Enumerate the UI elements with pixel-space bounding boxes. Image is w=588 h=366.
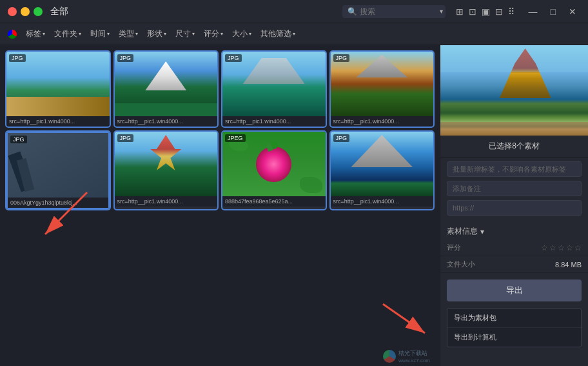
filesize-label: 文件大小 [447,259,475,269]
format-badge: JPG [117,54,134,62]
format-badge: JPG [9,54,26,62]
close-window-btn[interactable] [8,7,17,16]
os-window-controls: — □ ✕ [525,5,580,18]
filename-label: src=http__pic1.win4000... [6,116,110,127]
filename-label: 888b47fea968ea5e625a... [222,196,326,207]
search-icon: 🔍 [348,7,357,16]
gallery-item[interactable]: JPG src=http__pic1.win4000... [6,52,110,127]
right-panel: 已选择8个素材 素材信息 ▾ 评分 ☆ ☆ ☆ ☆ ☆ [440,45,588,366]
export-package-label: 导出为素材包 [454,314,496,321]
filter-other-btn[interactable]: 其他筛选 ▾ [258,27,298,41]
filter-bar: 标签 ▾ 文件夹 ▾ 时间 ▾ 类型 ▾ 形状 ▾ 尺寸 ▾ 评分 ▾ 大小 ▾… [0,23,588,45]
title-bar: 全部 🔍 ▾ ⊞ ⊡ ▣ ⊟ ⠿ — □ ✕ [0,0,588,23]
filename-label: src=http__pic1.win4000... [222,116,326,127]
star-4[interactable]: ☆ [566,243,573,252]
gallery-grid: JPG src=http__pic1.win4000... JPG src=ht… [6,52,433,209]
filter-time-btn[interactable]: 时间 ▾ [88,27,112,41]
format-badge: JPEG [225,134,246,142]
view-columns-icon[interactable]: ⊟ [495,6,503,17]
asset-info-header[interactable]: 素材信息 ▾ [440,223,588,239]
minimize-btn[interactable] [21,7,30,16]
search-input[interactable] [360,7,437,16]
view-grid-icon[interactable]: ⊞ [456,6,464,17]
gallery-item[interactable]: JPG src=http__pic1.win4000... [222,52,326,127]
tag-section [440,158,588,223]
filter-folder-btn[interactable]: 文件夹 ▾ [52,27,84,41]
filter-shape-btn[interactable]: 形状 ▾ [144,27,169,41]
star-rating[interactable]: ☆ ☆ ☆ ☆ ☆ [541,243,582,252]
filename-label: src=http__pic1.win4000... [115,116,218,127]
view-dots-icon[interactable]: ⠿ [508,6,514,17]
export-button[interactable]: 导出 [447,280,582,301]
rating-row: 评分 ☆ ☆ ☆ ☆ ☆ [440,239,588,256]
filename-label: src=http__pic1.win4000... [115,196,218,207]
preview-image [440,45,588,136]
search-bar[interactable]: 🔍 ▾ [342,5,446,18]
gallery-item[interactable]: JPEG 888b47fea968ea5e625a... [222,132,326,209]
gallery-area[interactable]: JPG src=http__pic1.win4000... JPG src=ht… [0,45,440,366]
filename-label: 006AkgtYgy1h3qlptu8lcj... [8,198,108,208]
export-to-computer-option[interactable]: 导出到计算机 [447,328,581,347]
gallery-item[interactable]: JPG src=http__pic1.win4000... [115,132,218,209]
export-dropdown: 导出为素材包 导出到计算机 [447,308,582,347]
chevron-down-icon: ▾ [192,31,195,37]
gallery-item[interactable]: JPG src=http__pic1.win4000... [115,52,218,127]
app-title: 全部 [50,6,68,17]
filename-label: src=http__pic1.win4000... [331,196,434,207]
chevron-down-icon: ▾ [293,31,295,37]
filename-label: src=http__pic1.win4000... [331,116,434,127]
filesize-value: 8.84 MB [555,261,582,269]
star-5[interactable]: ☆ [574,243,582,252]
window-controls [8,7,43,16]
view-monitor-icon[interactable]: ▣ [482,6,490,17]
selected-count-label: 已选择8个素材 [440,136,588,158]
win-minimize-btn[interactable]: — [525,5,542,18]
note-input[interactable] [447,181,582,196]
filter-rating-btn[interactable]: 评分 ▾ [201,27,226,41]
chevron-down-icon: ▾ [79,31,81,37]
maximize-btn[interactable] [34,7,43,16]
chevron-down-icon: ▾ [480,227,484,236]
export-computer-label: 导出到计算机 [454,333,496,341]
filter-tag-btn[interactable]: 标签 ▾ [23,27,48,41]
format-badge: JPG [333,134,350,142]
format-badge: JPG [333,54,350,62]
search-dropdown-icon[interactable]: ▾ [440,8,443,15]
export-as-package-option[interactable]: 导出为素材包 [447,309,581,328]
chevron-down-icon: ▾ [107,31,110,37]
rating-label: 评分 [447,243,461,252]
star-1[interactable]: ☆ [541,243,548,252]
main-layout: JPG src=http__pic1.win4000... JPG src=ht… [0,45,588,366]
filesize-row: 文件大小 8.84 MB [440,256,588,273]
gallery-item[interactable]: JPG src=http__pic1.win4000... [331,132,434,209]
format-badge: JPG [225,54,242,62]
gallery-item[interactable]: JPG src=http__pic1.win4000... [331,52,434,127]
chevron-down-icon: ▾ [164,31,166,37]
chevron-down-icon: ▾ [220,31,223,37]
link-input[interactable] [447,200,582,216]
color-dot-icon [8,30,17,39]
chevron-down-icon: ▾ [43,31,45,37]
view-mode-icons: ⊞ ⊡ ▣ ⊟ ⠿ [456,6,514,17]
panel-scroll[interactable]: 已选择8个素材 素材信息 ▾ 评分 ☆ ☆ ☆ ☆ ☆ [440,136,588,366]
view-list-icon[interactable]: ⊡ [469,6,476,17]
chevron-down-icon: ▾ [135,31,138,37]
asset-info-label: 素材信息 [447,226,478,237]
filter-filesize-btn[interactable]: 大小 ▾ [230,27,254,41]
tag-input[interactable] [447,161,582,177]
filter-type-btn[interactable]: 类型 ▾ [116,27,141,41]
star-3[interactable]: ☆ [558,243,565,252]
chevron-down-icon: ▾ [249,31,251,37]
win-maximize-btn[interactable]: □ [547,5,560,18]
gallery-item[interactable]: JPG 006AkgtYgy1h3qlptu8lcj... [6,132,110,209]
win-close-btn[interactable]: ✕ [565,5,580,18]
star-2[interactable]: ☆ [549,243,556,252]
format-badge: JPG [117,134,134,142]
filter-size-btn[interactable]: 尺寸 ▾ [173,27,197,41]
format-badge: JPG [10,136,27,143]
